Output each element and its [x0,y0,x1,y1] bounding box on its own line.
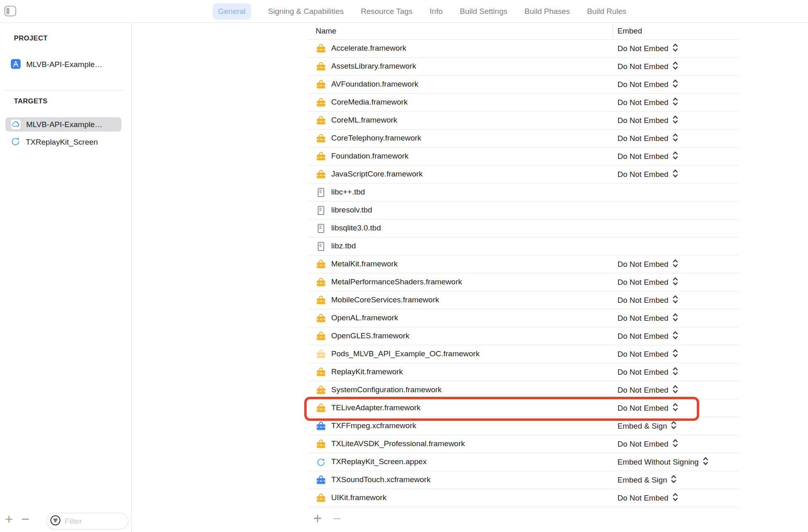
table-row[interactable]: libz.tbd [307,237,738,255]
embed-dropdown[interactable]: Do Not Embed [617,309,678,327]
embed-value: Do Not Embed [617,296,669,305]
sidebar-add-button[interactable]: + [5,512,13,526]
table-row[interactable]: OpenGLES.frameworkDo Not Embed [307,327,738,345]
embed-dropdown[interactable]: Do Not Embed [617,255,678,273]
embed-value: Do Not Embed [617,278,669,287]
embed-dropdown[interactable]: Do Not Embed [617,291,678,309]
framework-blue-icon [316,421,326,431]
table-row[interactable]: ReplayKit.frameworkDo Not Embed [307,363,738,381]
embed-dropdown[interactable]: Do Not Embed [617,399,678,417]
chevron-updown-icon [673,259,678,269]
embed-dropdown[interactable]: Do Not Embed [617,165,678,183]
table-row[interactable]: MetalPerformanceShaders.frameworkDo Not … [307,273,738,291]
framework-name: OpenGLES.framework [331,331,409,340]
framework-yellow-icon [316,439,326,449]
table-row[interactable]: SystemConfiguration.frameworkDo Not Embe… [307,381,738,399]
table-row[interactable]: AVFoundation.frameworkDo Not Embed [307,76,738,94]
embed-dropdown[interactable]: Do Not Embed [617,489,678,507]
embed-dropdown[interactable]: Do Not Embed [617,148,678,165]
table-row[interactable]: OpenAL.frameworkDo Not Embed [307,309,738,327]
table-row[interactable]: UIKit.frameworkDo Not Embed [307,489,738,507]
embed-dropdown[interactable]: Do Not Embed [617,94,678,111]
tbd-document-icon [316,241,326,251]
sidebar-item-target-mlvb-api-example-[interactable]: MLVB-API-Example… [5,117,121,132]
table-row[interactable]: libc++.tbd [307,183,738,201]
embed-value: Do Not Embed [617,368,669,377]
table-row[interactable]: TXFFmpeg.xcframeworkEmbed & Sign [307,417,738,435]
chevron-updown-icon [671,475,676,485]
embed-dropdown[interactable]: Do Not Embed [617,76,678,93]
app-store-icon [11,59,21,71]
embed-dropdown[interactable]: Do Not Embed [617,40,678,57]
embed-dropdown[interactable]: Do Not Embed [617,435,678,453]
embed-value: Do Not Embed [617,98,669,107]
tab-general[interactable]: General [213,3,251,20]
framework-name: TXSoundTouch.xcframework [331,475,431,484]
embed-dropdown[interactable]: Embed & Sign [617,417,676,435]
embed-dropdown[interactable]: Do Not Embed [617,130,678,147]
tab-info[interactable]: Info [430,7,443,16]
tbd-document-icon [316,224,326,233]
framework-name: Accelerate.framework [331,44,406,53]
tab-build-phases[interactable]: Build Phases [525,7,570,16]
table-row[interactable]: MetalKit.frameworkDo Not Embed [307,255,738,273]
chevron-updown-icon [673,79,678,89]
table-row[interactable]: TXSoundTouch.xcframeworkEmbed & Sign [307,471,738,489]
framework-name: TXFFmpeg.xcframework [331,421,416,430]
table-row[interactable]: AssetsLibrary.frameworkDo Not Embed [307,58,738,76]
table-row[interactable]: TXReplayKit_Screen.appexEmbed Without Si… [307,453,738,471]
embed-value: Do Not Embed [617,44,669,53]
chevron-updown-icon [673,295,678,305]
framework-yellow-icon [316,152,326,161]
chevron-updown-icon [673,331,678,341]
tab-build-rules[interactable]: Build Rules [587,7,626,16]
framework-name: AssetsLibrary.framework [331,62,416,71]
table-row[interactable]: Pods_MLVB_API_Example_OC.frameworkDo Not… [307,345,738,363]
embed-dropdown[interactable]: Do Not Embed [617,345,678,363]
table-row[interactable]: JavaScriptCore.frameworkDo Not Embed [307,165,738,183]
sidebar-item-target-txreplaykit-screen[interactable]: TXReplayKit_Screen [5,135,121,149]
tab-build-settings[interactable]: Build Settings [460,7,507,16]
sidebar-item-project[interactable]: MLVB-API-Example… [6,57,122,72]
embed-value: Embed Without Signing [617,458,699,467]
table-row[interactable]: libsqlite3.0.tbd [307,219,738,237]
table-row[interactable]: libresolv.tbd [307,201,738,219]
chevron-updown-icon [671,421,676,431]
table-row[interactable]: Foundation.frameworkDo Not Embed [307,148,738,165]
column-divider [613,24,613,38]
chevron-updown-icon [673,493,678,503]
embed-value: Do Not Embed [617,170,669,179]
embed-value: Do Not Embed [617,62,669,71]
framework-name: Pods_MLVB_API_Example_OC.framework [331,349,480,358]
embed-dropdown[interactable]: Embed & Sign [617,471,676,489]
sidebar-remove-button[interactable]: − [21,512,29,526]
embed-dropdown[interactable]: Do Not Embed [617,363,678,381]
framework-name: libresolv.tbd [331,206,372,215]
embed-dropdown[interactable]: Do Not Embed [617,273,678,291]
table-row[interactable]: Accelerate.frameworkDo Not Embed [307,40,738,58]
embed-value: Embed & Sign [617,476,667,485]
table-row[interactable]: TELiveAdapter.frameworkDo Not Embed [307,399,738,417]
sidebar-toggle-icon[interactable] [4,5,16,17]
chevron-updown-icon [673,97,678,107]
framework-name: MobileCoreServices.framework [331,295,439,304]
tab-resource-tags[interactable]: Resource Tags [361,7,412,16]
tab-signing-capabilities[interactable]: Signing & Capabilities [268,7,344,16]
table-row[interactable]: TXLiteAVSDK_Professional.frameworkDo Not… [307,435,738,453]
framework-blue-icon [316,475,326,485]
table-row[interactable]: CoreTelephony.frameworkDo Not Embed [307,130,738,148]
table-remove-button[interactable]: − [333,510,341,527]
framework-name: UIKit.framework [331,493,386,502]
embed-dropdown[interactable]: Do Not Embed [617,112,678,129]
framework-name: TXLiteAVSDK_Professional.framework [331,439,465,448]
target-item-label: MLVB-API-Example… [26,120,103,129]
table-add-button[interactable]: + [313,510,322,527]
embed-dropdown[interactable]: Do Not Embed [617,58,678,75]
table-row[interactable]: MobileCoreServices.frameworkDo Not Embed [307,291,738,309]
embed-dropdown[interactable]: Do Not Embed [617,327,678,345]
table-row[interactable]: CoreML.frameworkDo Not Embed [307,112,738,130]
table-row[interactable]: CoreMedia.frameworkDo Not Embed [307,94,738,112]
filter-input[interactable]: Filter [46,513,128,530]
embed-dropdown[interactable]: Do Not Embed [617,381,678,399]
embed-dropdown[interactable]: Embed Without Signing [617,453,708,471]
